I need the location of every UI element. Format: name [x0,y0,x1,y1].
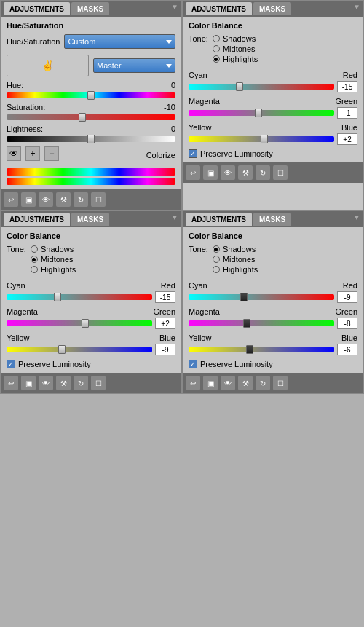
yel-blue-thumb-tr[interactable] [261,135,268,143]
tone-section-tr: Tone: Shadows Midtones Highlights [189,34,357,65]
panel-menu-arrow-tl[interactable]: ▼ [171,3,178,11]
midtones-radio-br[interactable] [213,256,220,263]
yel-blue-label-tr: Yellow Blue [189,123,357,132]
sat-bg [7,114,175,120]
shadows-label-bl: Shadows [41,245,74,253]
panel-menu-arrow-tr[interactable]: ▼ [353,3,360,11]
yel-blue-thumb-br[interactable] [246,345,253,354]
panel-menu-arrow-br[interactable]: ▼ [353,213,360,221]
cyan-red-thumb-tr[interactable] [236,82,243,91]
light-thumb[interactable] [87,135,95,143]
yel-blue-track-bl[interactable] [7,345,152,354]
panel-content-tl: Hue/Saturation Hue/Saturation Custom ✌ M… [1,17,181,189]
eyedropper-btn-2[interactable]: + [25,146,40,161]
footer-delete-icon-tr[interactable]: ☐ [273,165,288,180]
tab-masks-tl[interactable]: MASKS [71,2,109,15]
footer-link-icon-bl[interactable]: ⚒ [56,376,71,390]
cyan-red-track-bl[interactable] [7,293,152,301]
preserve-checkbox-bl[interactable]: ✓ [7,360,15,368]
tone-label-bl: Tone: [7,245,26,253]
footer-refresh-icon[interactable]: ↻ [74,192,88,207]
footer-select-icon[interactable]: ▣ [21,192,36,207]
footer-back-icon-br[interactable]: ↩ [186,376,200,390]
tab-masks-br[interactable]: MASKS [253,213,291,226]
footer-select-icon-tr[interactable]: ▣ [203,165,218,180]
footer-delete-icon[interactable]: ☐ [91,192,106,207]
yel-blue-track-tr[interactable] [189,135,334,143]
footer-refresh-icon-bl[interactable]: ↻ [74,376,88,390]
tab-masks-bl[interactable]: MASKS [71,213,109,226]
panel-header-tr: ADJUSTMENTS MASKS ▼ [183,1,363,17]
footer-refresh-icon-tr[interactable]: ↻ [256,165,270,180]
channel-select[interactable]: Master [93,58,175,73]
eyedropper-btn-3[interactable]: − [44,146,59,161]
mag-green-thumb-tr[interactable] [255,109,262,117]
panel-menu-arrow-bl[interactable]: ▼ [171,213,178,221]
footer-eye-icon-br[interactable]: 👁 [221,376,235,390]
shadows-radio-tr[interactable] [213,35,220,42]
rainbow-bar-top [7,168,175,176]
midtones-radio-bl[interactable] [31,256,38,263]
mag-green-track-br[interactable] [189,319,334,328]
preset-select[interactable]: Custom [64,34,175,49]
mag-green-track-bl[interactable] [7,319,152,328]
footer-link-icon-tr[interactable]: ⚒ [238,165,253,180]
highlights-radio-br[interactable] [213,266,220,273]
colorize-checkbox[interactable] [135,151,143,159]
footer-delete-icon-bl[interactable]: ☐ [91,376,106,390]
cyan-red-track-tr[interactable] [189,82,334,91]
yellow-blue-value-tr: +2 [337,133,357,145]
footer-back-icon[interactable]: ↩ [4,192,18,207]
cyan-red-track-br[interactable] [189,293,334,301]
highlights-radio-tr[interactable] [213,55,220,63]
highlights-radio-bl[interactable] [31,266,38,273]
sat-track[interactable] [7,113,175,122]
channel-value: Master [97,61,122,70]
footer-eye-icon[interactable]: 👁 [39,192,53,207]
yel-blue-track-br[interactable] [189,345,334,354]
yel-blue-thumb-bl[interactable] [58,345,66,354]
footer-refresh-icon-br[interactable]: ↻ [256,376,270,390]
yel-blue-track-row-br: -6 [189,344,357,355]
midtones-label-tr: Midtones [223,44,256,53]
footer-eye-icon-bl[interactable]: 👁 [39,376,53,390]
footer-select-icon-bl[interactable]: ▣ [21,376,36,390]
tone-label-br: Tone: [189,245,208,253]
highlights-row-tr: Highlights [213,55,258,63]
footer-delete-icon-br[interactable]: ☐ [273,376,288,390]
tab-adjustments-tr[interactable]: ADJUSTMENTS [186,2,252,15]
hue-thumb[interactable] [87,91,95,100]
tab-adjustments-tl[interactable]: ADJUSTMENTS [4,2,70,15]
cyan-red-thumb-bl[interactable] [54,293,61,301]
panel-header-tl: ADJUSTMENTS MASKS ▼ [1,1,181,17]
footer-eye-icon-tr[interactable]: 👁 [221,165,235,180]
mag-green-track-row-tr: -1 [189,107,357,119]
footer-back-icon-tr[interactable]: ↩ [186,165,200,180]
red-label-br: Red [343,281,357,290]
preserve-checkbox-br[interactable]: ✓ [189,360,197,368]
preserve-checkbox-tr[interactable]: ✓ [189,149,197,158]
blue-label-bl: Blue [159,334,175,342]
mag-green-thumb-br[interactable] [243,319,250,328]
mag-green-track-tr[interactable] [189,109,334,117]
tab-adjustments-bl[interactable]: ADJUSTMENTS [4,213,70,226]
footer-link-icon[interactable]: ⚒ [56,192,71,207]
light-track[interactable] [7,135,175,143]
footer-back-icon-bl[interactable]: ↩ [4,376,18,390]
footer-select-icon-br[interactable]: ▣ [203,376,218,390]
cyan-red-thumb-br[interactable] [240,293,248,301]
mag-green-thumb-bl[interactable] [82,319,89,328]
green-label-bl: Green [153,307,175,316]
tab-adjustments-br[interactable]: ADJUSTMENTS [186,213,252,226]
tab-masks-tr[interactable]: MASKS [253,2,291,15]
eyedropper-btn-1[interactable]: 👁 [7,146,21,161]
sat-value: -10 [158,103,175,111]
cyan-red-section-bl: Cyan Red -15 [7,281,175,303]
sat-thumb[interactable] [79,113,86,122]
hue-track[interactable] [7,91,175,100]
midtones-radio-tr[interactable] [213,45,220,52]
shadows-radio-bl[interactable] [31,245,38,253]
sat-label: Saturation: [7,103,45,111]
shadows-radio-br[interactable] [213,245,220,253]
footer-link-icon-br[interactable]: ⚒ [238,376,253,390]
